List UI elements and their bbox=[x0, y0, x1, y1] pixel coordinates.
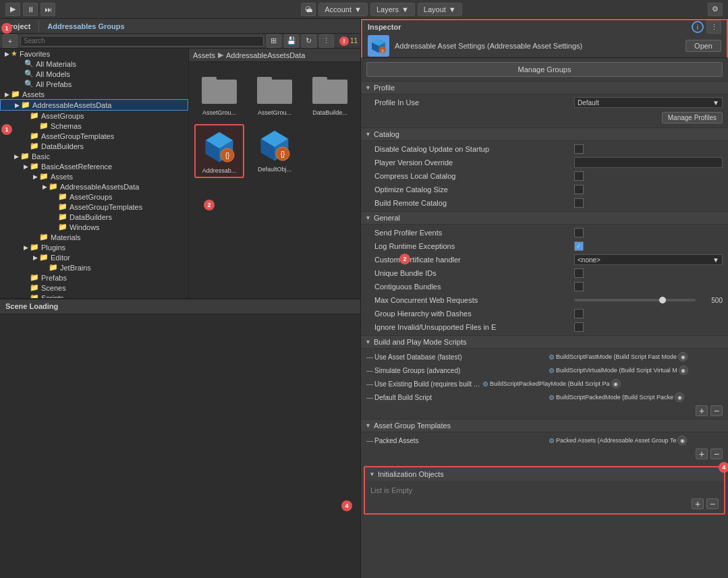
disable-catalog-checkbox[interactable] bbox=[574, 144, 584, 154]
init-add-button[interactable]: + bbox=[692, 498, 704, 509]
schemas-item[interactable]: 📁 Schemas bbox=[0, 121, 188, 131]
profile-section-header[interactable]: ▼ Profile bbox=[361, 81, 728, 94]
open-button[interactable]: Open bbox=[685, 40, 721, 52]
cloud-services-icon[interactable]: 🌥 bbox=[301, 3, 316, 16]
plugins-item[interactable]: ▶ 📁 Plugins bbox=[0, 242, 188, 252]
group-hierarchy-checkbox[interactable] bbox=[574, 309, 584, 318]
all-models-item[interactable]: 🔍 All Models bbox=[0, 69, 188, 79]
asset-label-defaultobj: DefaultObj... bbox=[258, 166, 291, 173]
asset-item-folder2[interactable]: AssetGrou... bbox=[250, 67, 300, 119]
player-version-input[interactable] bbox=[574, 157, 723, 168]
filter-button[interactable]: ⊞ bbox=[267, 34, 281, 48]
default-obj-asset[interactable]: {} DefaultObj... bbox=[250, 124, 300, 178]
addressable-settings-asset[interactable]: {} Addressab... bbox=[194, 124, 244, 178]
refresh-button[interactable]: ↻ bbox=[302, 34, 316, 48]
step-button[interactable]: ⏭ bbox=[40, 3, 55, 16]
account-menu[interactable]: Account ▼ bbox=[318, 3, 368, 16]
prefabs-item[interactable]: 📁 Prefabs bbox=[0, 272, 188, 283]
addressables-tab[interactable]: Addressables Groups bbox=[47, 22, 124, 30]
manage-profiles-button[interactable]: Manage Profiles bbox=[662, 112, 723, 123]
search-input[interactable] bbox=[20, 36, 264, 47]
script-value-4: ⚙ BuildScriptPackedMode (Build Script Pa… bbox=[549, 393, 723, 402]
general-arrow-icon: ▼ bbox=[365, 214, 371, 221]
tree-view: ▶ ★ Favorites 🔍 All Materials 🔍 All Mode… bbox=[0, 49, 189, 298]
jetbrains-item[interactable]: 📁 JetBrains bbox=[0, 262, 188, 272]
init-remove-button[interactable]: − bbox=[706, 498, 719, 509]
save-button[interactable]: 💾 bbox=[284, 34, 299, 48]
addressable-assets-data-item[interactable]: ▶ 📁 AddressableAssetsData bbox=[0, 99, 188, 111]
optimize-catalog-checkbox[interactable] bbox=[574, 185, 584, 194]
manage-groups-button[interactable]: Manage Groups bbox=[366, 62, 723, 77]
basic-asset-ref-item[interactable]: ▶ 📁 BasicAssetReference bbox=[0, 161, 188, 171]
addressable-assets-data2-item[interactable]: ▶ 📁 AddressableAssetsData bbox=[0, 181, 188, 192]
script-gear-icon-4: ⚙ bbox=[549, 394, 555, 401]
db2-item[interactable]: 📁 DataBuilders bbox=[0, 212, 188, 222]
build-remote-catalog-label: Build Remote Catalog bbox=[366, 199, 574, 207]
script-gear-icon-3: ⚙ bbox=[482, 380, 488, 388]
inspector-more-btn[interactable]: ⋮ bbox=[706, 20, 721, 34]
settings-button[interactable]: ⚙ bbox=[708, 3, 723, 16]
scenes-item[interactable]: 📁 Scenes bbox=[0, 283, 188, 293]
layout-menu[interactable]: Layout ▼ bbox=[418, 3, 462, 16]
scripts-item[interactable]: 📁 Scripts bbox=[0, 293, 188, 298]
script-circle-btn-4[interactable]: ◉ bbox=[675, 393, 684, 402]
compress-catalog-checkbox[interactable] bbox=[574, 171, 584, 181]
contiguous-bundles-checkbox[interactable] bbox=[574, 282, 584, 291]
materials-item[interactable]: 📁 Materials bbox=[0, 232, 188, 242]
ignore-invalid-checkbox[interactable] bbox=[574, 322, 584, 332]
pause-button[interactable]: ⏸ bbox=[23, 3, 38, 16]
scene-loading-tab[interactable]: Scene Loading bbox=[5, 302, 58, 310]
packed-assets-label: Packed Assets bbox=[374, 437, 549, 444]
max-concurrent-slider[interactable] bbox=[574, 299, 696, 301]
profile-section-label: Profile bbox=[374, 84, 395, 92]
max-concurrent-row: Max Concurrent Web Requests 500 bbox=[361, 293, 728, 307]
layers-menu[interactable]: Layers ▼ bbox=[370, 3, 415, 16]
build-remote-catalog-checkbox[interactable] bbox=[574, 198, 584, 208]
script-circle-btn-3[interactable]: ◉ bbox=[611, 379, 621, 388]
assets2-item[interactable]: ▶ 📁 Assets bbox=[0, 171, 188, 181]
manage-profiles-row: Manage Profiles bbox=[361, 111, 728, 125]
init-header[interactable]: ▼ Initialization Objects bbox=[365, 467, 724, 481]
info-icon[interactable]: i bbox=[692, 21, 704, 33]
create-button[interactable]: + bbox=[3, 34, 18, 48]
build-play-add-button[interactable]: + bbox=[696, 405, 708, 416]
profile-in-use-row: Profile In Use Default ▼ bbox=[361, 96, 728, 109]
assets-item[interactable]: ▶ 📁 Assets bbox=[0, 89, 188, 99]
windows-item[interactable]: 📁 Windows bbox=[0, 222, 188, 232]
asset-group-templates-item[interactable]: 📁 AssetGroupTemplates bbox=[0, 131, 188, 141]
general-section-header[interactable]: ▼ General bbox=[361, 211, 728, 225]
send-profiler-checkbox[interactable] bbox=[574, 228, 584, 237]
asset-groups2-item[interactable]: 📁 AssetGroups bbox=[0, 192, 188, 202]
editor-item[interactable]: ▶ 📁 Editor bbox=[0, 252, 188, 262]
all-prefabs-item[interactable]: 🔍 All Prefabs bbox=[0, 79, 188, 89]
agt-remove-button[interactable]: − bbox=[710, 449, 723, 459]
slider-thumb[interactable] bbox=[659, 297, 666, 304]
basic-item[interactable]: ▶ 📁 Basic bbox=[0, 151, 188, 161]
custom-cert-dropdown[interactable]: <none> ▼ bbox=[574, 254, 723, 265]
agt2-item[interactable]: 📁 AssetGroupTemplates bbox=[0, 202, 188, 212]
unique-bundle-checkbox[interactable] bbox=[574, 268, 584, 278]
more-button[interactable]: ⋮ bbox=[319, 34, 334, 48]
compress-catalog-label: Compress Local Catalog bbox=[366, 172, 574, 180]
agt-section-header[interactable]: ▼ Asset Group Templates bbox=[361, 419, 728, 432]
build-play-remove-button[interactable]: − bbox=[710, 405, 723, 416]
script-value-2: ⚙ BuildScriptVirtualMode (Build Script V… bbox=[549, 366, 723, 375]
packed-assets-circle-btn[interactable]: ◉ bbox=[677, 436, 687, 445]
packed-assets-value: ⚙ Packed Assets (Addressable Asset Group… bbox=[549, 436, 723, 445]
materials-folder-icon: 📁 bbox=[39, 233, 49, 241]
play-button[interactable]: ▶ bbox=[5, 3, 20, 16]
schemas-folder-icon: 📁 bbox=[39, 121, 49, 130]
asset-item-folder3[interactable]: DataBuilde... bbox=[305, 67, 355, 119]
script-circle-btn-2[interactable]: ◉ bbox=[679, 366, 688, 375]
log-runtime-checkbox[interactable]: ✓ bbox=[574, 241, 584, 251]
asset-groups-item[interactable]: 📁 AssetGroups bbox=[0, 111, 188, 121]
script-circle-btn-1[interactable]: ◉ bbox=[678, 352, 688, 362]
build-play-section-header[interactable]: ▼ Build and Play Mode Scripts bbox=[361, 335, 728, 349]
agt-add-button[interactable]: + bbox=[696, 449, 708, 459]
all-materials-item[interactable]: 🔍 All Materials bbox=[0, 59, 188, 69]
data-builders-item[interactable]: 📁 DataBuilders bbox=[0, 141, 188, 151]
favorites-item[interactable]: ▶ ★ Favorites bbox=[0, 49, 188, 59]
catalog-section-header[interactable]: ▼ Catalog bbox=[361, 127, 728, 141]
profile-dropdown[interactable]: Default ▼ bbox=[574, 97, 723, 108]
project-panel: Project Addressables Groups 1 + ⊞ 💾 ↻ ⋮ … bbox=[0, 19, 360, 299]
